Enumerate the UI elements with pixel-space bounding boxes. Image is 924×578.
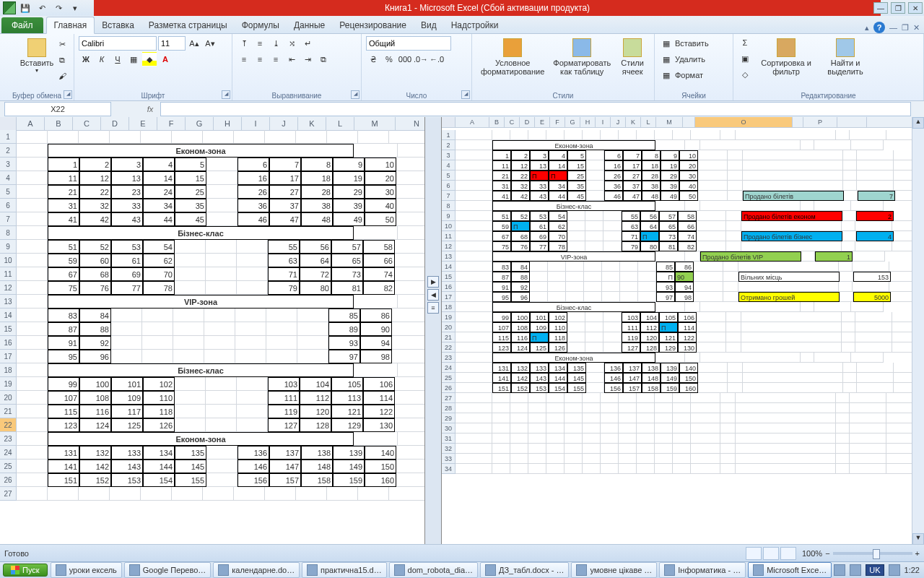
col-header[interactable]: K [298,117,326,130]
cell[interactable] [698,191,728,201]
cell[interactable]: 114 [363,391,395,405]
align-dialog-icon[interactable]: ◢ [351,90,359,99]
cell[interactable]: 135 [567,363,586,373]
cell[interactable] [456,211,492,221]
cell[interactable]: 125 [111,418,143,432]
cell[interactable]: 86 [675,262,694,272]
row-header[interactable]: 5 [442,171,456,181]
cell[interactable]: 26 [604,171,623,181]
cell[interactable] [857,383,894,393]
cell[interactable] [456,251,492,262]
cell[interactable] [743,171,843,181]
cell[interactable] [237,418,268,432]
col-header[interactable]: L [326,117,354,130]
cell[interactable] [354,295,398,309]
cell[interactable] [456,322,492,332]
cell[interactable] [492,434,510,444]
row-header[interactable]: 34 [442,464,456,474]
cell[interactable]: 98 [675,292,694,302]
row-header[interactable]: 33 [442,454,456,464]
cell[interactable] [456,282,492,292]
cell[interactable]: 159 [661,383,679,393]
cell[interactable] [726,322,741,332]
cell[interactable] [694,272,723,282]
row-header[interactable]: 7 [0,212,17,226]
cell[interactable] [17,391,48,405]
cell[interactable] [836,454,850,464]
cell[interactable]: 159 [333,473,365,487]
cell[interactable]: 96 [511,292,530,302]
cell[interactable]: 37 [623,181,642,191]
cell[interactable]: 65 [331,254,363,267]
cell[interactable] [836,464,850,474]
cell[interactable] [603,332,622,342]
cell[interactable] [392,336,425,350]
cell[interactable] [79,487,110,501]
cell[interactable] [17,185,48,199]
cell[interactable]: П [640,231,659,241]
cell[interactable] [567,322,585,332]
cell[interactable] [565,444,583,454]
cell[interactable]: 24 [143,185,175,199]
cell[interactable] [358,487,389,501]
cell[interactable]: 36 [604,181,623,191]
cell[interactable]: 5 [567,150,586,160]
cell[interactable]: 46 [237,212,269,226]
cell[interactable] [736,464,836,474]
cell[interactable]: Продано білетів [743,191,844,201]
cell[interactable]: Продано білетів бізнес [741,231,842,241]
row-header[interactable]: 19 [0,377,17,391]
cell[interactable]: 17 [269,171,301,185]
cell[interactable] [655,464,673,474]
cell[interactable]: 77 [111,281,143,295]
cell[interactable] [204,322,235,336]
cell[interactable]: 88 [511,272,530,282]
cell[interactable]: П [511,221,530,231]
cell[interactable]: 61 [111,254,143,267]
cell[interactable] [456,302,492,312]
taskbar-item[interactable]: ДЗ_табл.docx - … [480,562,569,578]
cell[interactable]: 92 [79,336,111,350]
col-header[interactable]: A [456,117,489,127]
cell[interactable] [546,130,565,140]
cell[interactable]: 36 [237,199,269,212]
cell[interactable]: 151 [48,473,79,487]
cell[interactable] [697,221,726,231]
cell[interactable]: 49 [661,191,679,201]
cell[interactable] [510,130,528,140]
cell[interactable] [206,418,237,432]
cell[interactable] [17,405,48,418]
cell[interactable]: 118 [143,405,175,418]
cell[interactable] [673,413,691,423]
cell[interactable]: 116 [511,332,530,342]
align-top-icon[interactable]: ⤒ [237,36,251,51]
cell[interactable]: 19 [333,171,365,185]
cell[interactable]: 33 [530,181,549,191]
cell[interactable]: 63 [268,254,300,267]
cell[interactable] [723,282,738,292]
cell[interactable]: 13 [111,171,143,185]
col-header[interactable]: K [626,117,641,127]
row-header[interactable]: 6 [0,199,17,212]
cell[interactable]: 1 [815,251,853,262]
cell[interactable] [528,423,546,434]
cell[interactable] [235,309,266,322]
cell[interactable]: 141 [492,373,511,383]
cell[interactable] [395,281,425,295]
cell[interactable]: 20 [679,160,698,171]
cell[interactable] [638,272,656,282]
cell[interactable] [726,312,741,322]
cell[interactable]: 39 [661,181,679,191]
cell[interactable]: 59 [492,221,511,231]
cell[interactable]: 20 [365,171,396,185]
cell[interactable] [850,464,886,474]
cell[interactable] [510,434,528,444]
cell[interactable] [637,454,655,464]
cell[interactable] [530,292,548,302]
cell[interactable]: 11 [492,160,511,171]
number-dialog-icon[interactable]: ◢ [461,90,470,99]
increase-decimal-icon[interactable]: .0→ [414,52,428,66]
row-header[interactable]: 3 [442,150,456,160]
cell[interactable] [850,423,886,434]
normal-view-icon[interactable] [746,547,762,560]
